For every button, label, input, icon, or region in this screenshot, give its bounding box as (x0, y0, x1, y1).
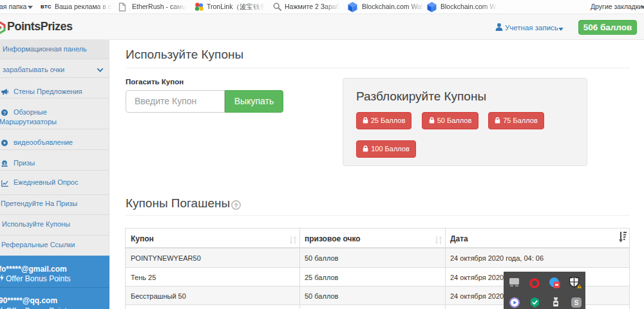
svg-text:?: ? (234, 201, 238, 209)
svg-text:?: ? (3, 110, 6, 116)
svg-text:S: S (574, 299, 578, 306)
